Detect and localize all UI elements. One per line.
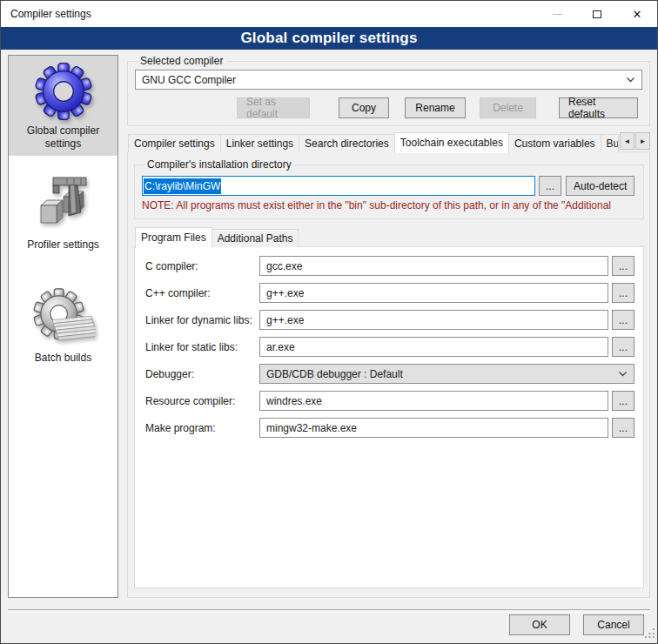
settings-tabstrip: Compiler settings Linker settings Search… bbox=[127, 132, 650, 152]
toolchain-executables-page: Compiler's installation directory C:\ray… bbox=[127, 151, 650, 598]
resource-compiler-row: Resource compiler: windres.exe ... bbox=[145, 391, 634, 411]
debugger-dropdown[interactable]: GDB/CDB debugger : Default bbox=[259, 364, 634, 384]
program-files-page: C compiler: gcc.exe ... C++ compiler: g+… bbox=[134, 246, 644, 588]
selected-compiler-group-label: Selected compiler bbox=[138, 55, 226, 67]
minimize-button bbox=[537, 1, 577, 27]
resource-compiler-label: Resource compiler: bbox=[145, 395, 259, 407]
tab-scroll-left-button[interactable]: ◄ bbox=[620, 132, 634, 150]
caliper-icon bbox=[32, 174, 95, 237]
rename-button[interactable]: Rename bbox=[405, 97, 466, 118]
cpp-compiler-row: C++ compiler: g++.exe ... bbox=[145, 283, 634, 303]
sidebar-item-batch-builds[interactable]: Batch builds bbox=[9, 283, 118, 370]
selected-compiler-group: Selected compiler GNU GCC Compiler Set a… bbox=[127, 55, 650, 126]
dynamic-linker-label: Linker for dynamic libs: bbox=[145, 314, 259, 326]
resource-compiler-input[interactable]: windres.exe bbox=[259, 391, 608, 411]
sidebar-item-label: Global compiler settings bbox=[18, 124, 109, 151]
set-as-default-button: Set as default bbox=[237, 97, 310, 118]
reset-defaults-button[interactable]: Reset defaults bbox=[559, 97, 638, 118]
cancel-button[interactable]: Cancel bbox=[583, 614, 644, 635]
static-linker-row: Linker for static libs: ar.exe ... bbox=[145, 337, 634, 357]
gear-stack-icon bbox=[32, 287, 95, 350]
make-program-label: Make program: bbox=[145, 422, 259, 434]
tab-toolchain-executables[interactable]: Toolchain executables bbox=[394, 132, 509, 153]
static-linker-label: Linker for static libs: bbox=[145, 341, 259, 353]
gear-blue-icon bbox=[32, 60, 95, 123]
installation-directory-value: C:\raylib\MinGW bbox=[144, 178, 221, 194]
delete-button: Delete bbox=[480, 97, 536, 118]
make-program-input[interactable]: mingw32-make.exe bbox=[259, 418, 608, 438]
debugger-label: Debugger: bbox=[145, 368, 259, 380]
tab-scroll-right-button[interactable]: ► bbox=[635, 132, 650, 150]
sidebar-item-profiler-settings[interactable]: Profiler settings bbox=[9, 170, 118, 257]
static-linker-browse-button[interactable]: ... bbox=[612, 337, 634, 357]
cpp-compiler-label: C++ compiler: bbox=[145, 287, 259, 299]
cpp-compiler-browse-button[interactable]: ... bbox=[612, 283, 634, 303]
sidebar-item-label: Profiler settings bbox=[27, 238, 99, 252]
c-compiler-browse-button[interactable]: ... bbox=[612, 256, 634, 276]
browse-directory-button[interactable]: ... bbox=[539, 176, 561, 196]
static-linker-input[interactable]: ar.exe bbox=[259, 337, 608, 357]
maximize-icon bbox=[593, 10, 601, 18]
minimize-icon bbox=[553, 14, 562, 15]
tab-linker-settings[interactable]: Linker settings bbox=[220, 134, 299, 152]
c-compiler-label: C compiler: bbox=[145, 260, 259, 272]
dialog-footer: OK Cancel bbox=[1, 609, 657, 643]
sidebar-item-label: Batch builds bbox=[35, 352, 91, 365]
installation-directory-group-label: Compiler's installation directory bbox=[145, 158, 295, 171]
c-compiler-input[interactable]: gcc.exe bbox=[259, 256, 608, 276]
dynamic-linker-input[interactable]: g++.exe bbox=[259, 310, 608, 330]
ok-button[interactable]: OK bbox=[509, 614, 570, 635]
make-program-row: Make program: mingw32-make.exe ... bbox=[145, 418, 634, 438]
installation-directory-input[interactable]: C:\raylib\MinGW bbox=[142, 176, 535, 196]
c-compiler-row: C compiler: gcc.exe ... bbox=[145, 256, 634, 276]
tab-scroll-arrows: ◄ ► bbox=[620, 132, 650, 150]
bin-subdirectory-note: NOTE: All programs must exist either in … bbox=[142, 199, 636, 211]
tab-additional-paths[interactable]: Additional Paths bbox=[212, 229, 299, 247]
dynamic-linker-browse-button[interactable]: ... bbox=[612, 310, 634, 330]
copy-button[interactable]: Copy bbox=[339, 97, 389, 118]
sidebar-item-global-compiler-settings[interactable]: Global compiler settings bbox=[9, 56, 118, 156]
installation-directory-group: Compiler's installation directory C:\ray… bbox=[134, 158, 644, 219]
auto-detect-button[interactable]: Auto-detect bbox=[566, 176, 634, 196]
cpp-compiler-input[interactable]: g++.exe bbox=[259, 283, 608, 303]
chevron-down-icon bbox=[618, 371, 628, 377]
maximize-button[interactable] bbox=[577, 1, 617, 27]
tab-compiler-settings[interactable]: Compiler settings bbox=[128, 134, 221, 152]
close-button[interactable]: ✕ bbox=[617, 1, 657, 27]
selected-compiler-dropdown[interactable]: GNU GCC Compiler bbox=[135, 70, 642, 90]
tab-search-directories[interactable]: Search directories bbox=[299, 134, 395, 152]
make-program-browse-button[interactable]: ... bbox=[612, 418, 634, 438]
compiler-settings-window: Compiler settings ✕ Global compiler sett… bbox=[0, 0, 658, 644]
chevron-down-icon bbox=[626, 77, 635, 83]
programs-tabstrip: Program Files Additional Paths bbox=[134, 227, 644, 247]
selected-compiler-value: GNU GCC Compiler bbox=[142, 74, 236, 86]
category-list: Global compiler settings bbox=[8, 55, 118, 598]
debugger-row: Debugger: GDB/CDB debugger : Default bbox=[145, 364, 634, 384]
close-icon: ✕ bbox=[633, 9, 642, 20]
tab-program-files[interactable]: Program Files bbox=[135, 227, 212, 248]
page-title: Global compiler settings bbox=[1, 27, 657, 50]
dynamic-linker-row: Linker for dynamic libs: g++.exe ... bbox=[145, 310, 634, 330]
titlebar[interactable]: Compiler settings ✕ bbox=[1, 1, 657, 27]
window-title: Compiler settings bbox=[1, 8, 91, 20]
resize-grip-icon[interactable] bbox=[644, 627, 655, 641]
resource-compiler-browse-button[interactable]: ... bbox=[612, 391, 634, 411]
tab-custom-variables[interactable]: Custom variables bbox=[508, 134, 601, 152]
tab-build-options[interactable]: Build options bbox=[601, 134, 619, 152]
